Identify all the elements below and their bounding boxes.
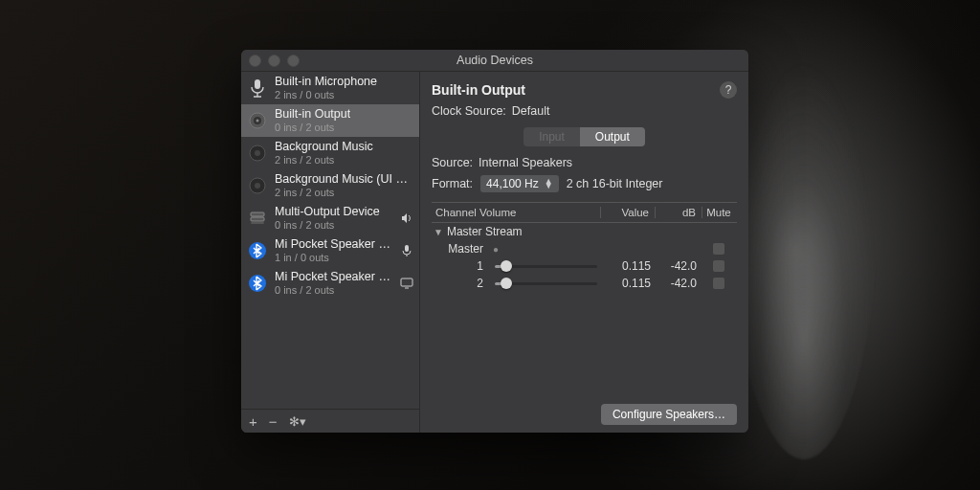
device-name: Built-in Microphone — [275, 75, 377, 88]
sidebar-toolbar: + − ✻▾ — [241, 409, 419, 433]
channel-row: 20.115-42.0 — [432, 275, 737, 292]
add-device-button[interactable]: + — [249, 414, 257, 429]
svg-point-9 — [255, 183, 260, 189]
remove-device-button[interactable]: − — [269, 414, 278, 429]
device-name: Mi Pocket Speaker 2 1 — [275, 237, 393, 251]
detail-pane: Built-in Output ? Clock Source: Default … — [420, 72, 748, 433]
source-value: Internal Speakers — [479, 156, 572, 169]
sample-rate-value: 44,100 Hz — [486, 177, 539, 190]
clock-source-value: Default — [512, 104, 550, 118]
master-knob-icon: ● — [493, 244, 499, 255]
display-indicator-icon — [400, 277, 413, 290]
svg-rect-12 — [251, 222, 264, 224]
device-row[interactable]: Built-in Output0 ins / 2 outs — [241, 104, 419, 137]
device-name: Built-in Output — [275, 107, 350, 121]
device-row[interactable]: Mi Pocket Speaker 2 20 ins / 2 outs — [241, 267, 419, 300]
window-title: Audio Devices — [241, 54, 748, 67]
device-row[interactable]: Mi Pocket Speaker 2 11 in / 0 outs — [241, 234, 419, 267]
circle-icon — [247, 175, 268, 196]
device-io-summary: 2 ins / 0 outs — [275, 89, 377, 101]
device-name: Multi-Output Device — [275, 205, 380, 218]
device-row[interactable]: ▶Multi-Output Device0 ins / 2 outs — [241, 202, 419, 234]
mute-checkbox[interactable] — [713, 243, 724, 255]
device-io-summary: 0 ins / 2 outs — [275, 122, 350, 134]
device-row[interactable]: Built-in Microphone2 ins / 0 outs — [241, 72, 419, 104]
svg-point-7 — [255, 150, 260, 156]
svg-point-5 — [256, 120, 259, 122]
io-tabs: Input Output — [523, 127, 645, 146]
svg-rect-11 — [251, 217, 264, 221]
bluetooth-icon — [247, 240, 268, 261]
channel-row: 10.115-42.0 — [432, 257, 737, 275]
master-stream-label: Master Stream — [447, 225, 523, 238]
channel-label: 2 — [434, 277, 489, 290]
device-io-summary: 2 ins / 2 outs — [275, 187, 413, 199]
speaker-icon — [247, 110, 268, 131]
format-label: Format: — [432, 177, 473, 190]
sample-rate-select[interactable]: 44,100 Hz ▲▼ — [480, 175, 559, 192]
device-io-summary: 0 ins / 2 outs — [275, 219, 380, 232]
volume-slider[interactable] — [495, 259, 597, 273]
col-db: dB — [656, 207, 702, 218]
titlebar[interactable]: Audio Devices — [241, 50, 748, 72]
channel-value: 0.115 — [603, 259, 657, 273]
col-value: Value — [601, 207, 656, 218]
device-sidebar: Built-in Microphone2 ins / 0 outsBuilt-i… — [241, 72, 420, 433]
col-channel: Channel Volume — [434, 207, 601, 218]
device-row[interactable]: Background Music (UI So…2 ins / 2 outs — [241, 169, 419, 202]
svg-rect-10 — [251, 212, 264, 216]
device-io-summary: 2 ins / 2 outs — [275, 154, 373, 167]
svg-rect-17 — [401, 278, 412, 286]
channel-value: 0.115 — [603, 277, 657, 290]
device-title: Built-in Output — [432, 82, 525, 98]
device-io-summary: 0 ins / 2 outs — [275, 284, 393, 297]
channel-row: Master● — [432, 240, 737, 257]
circle-icon — [247, 143, 268, 164]
mute-checkbox[interactable] — [713, 260, 724, 272]
mic-icon — [247, 78, 268, 99]
bluetooth-icon — [247, 273, 268, 294]
help-button[interactable]: ? — [720, 81, 737, 99]
stepper-icon: ▲▼ — [545, 179, 553, 189]
channel-volume-table: Channel Volume Value dB Mute ▼ Master St… — [432, 202, 737, 292]
device-name: Background Music (UI So… — [275, 172, 413, 186]
svg-rect-14 — [405, 245, 409, 252]
col-mute: Mute — [702, 207, 735, 218]
format-description: 2 ch 16-bit Integer — [567, 177, 663, 190]
disclosure-icon[interactable]: ▼ — [434, 227, 443, 237]
svg-rect-0 — [255, 79, 260, 89]
configure-speakers-button[interactable]: Configure Speakers… — [601, 404, 737, 425]
tab-input: Input — [523, 127, 580, 146]
speaker-indicator-icon — [400, 212, 413, 225]
device-list: Built-in Microphone2 ins / 0 outsBuilt-i… — [241, 72, 419, 409]
mute-checkbox[interactable] — [713, 278, 724, 289]
audio-devices-window: Audio Devices Built-in Microphone2 ins /… — [241, 50, 748, 433]
device-io-summary: 1 in / 0 outs — [275, 252, 393, 264]
device-name: Mi Pocket Speaker 2 2 — [275, 270, 393, 283]
tab-output[interactable]: Output — [580, 127, 645, 146]
device-name: Background Music — [275, 140, 373, 153]
mic-indicator-icon — [400, 244, 413, 257]
channel-db: -42.0 — [657, 259, 702, 273]
channel-db: -42.0 — [657, 277, 702, 290]
stack-icon — [247, 208, 268, 229]
device-row[interactable]: Background Music2 ins / 2 outs — [241, 137, 419, 169]
source-label: Source: — [432, 156, 473, 169]
volume-slider[interactable] — [495, 277, 597, 290]
clock-source-label: Clock Source: — [432, 104, 506, 118]
actions-menu-button[interactable]: ✻▾ — [289, 415, 306, 428]
channel-label: 1 — [434, 259, 489, 273]
channel-label: Master — [434, 242, 489, 256]
